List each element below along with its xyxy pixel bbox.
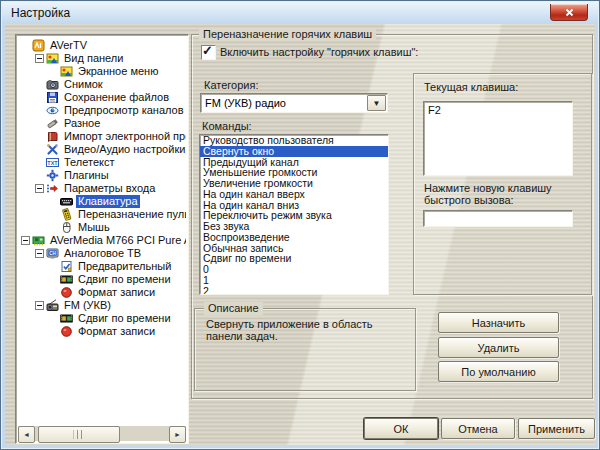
eye-icon (46, 104, 59, 117)
tree-item-analog-tv[interactable]: CHАналоговое ТВ (18, 247, 186, 260)
tree-item-floppy[interactable]: Сохранение файлов (18, 91, 186, 104)
scroll-right-button[interactable]: ► (169, 426, 186, 443)
tree-item-keyboard[interactable]: Клавиатура (18, 195, 186, 208)
defaults-button[interactable]: По умолчанию (438, 361, 559, 382)
cancel-button-label: Отмена (458, 423, 497, 435)
tree-rows: AVerTVВид панелиЭкранное менюСнимокСохра… (18, 37, 186, 425)
tree-item-timeshift[interactable]: Сдвиг по времени (18, 273, 186, 286)
tree-item-label: Импорт электронной прог (62, 130, 186, 143)
avertv-logo-icon (32, 39, 45, 52)
collapse-icon[interactable] (35, 301, 44, 310)
ok-button[interactable]: ОК (364, 418, 438, 439)
tree-item-label: Клавиатура (76, 195, 140, 208)
cancel-button[interactable]: Отмена (441, 418, 515, 439)
expander-spacer (35, 106, 44, 115)
description-group: Описание Свернуть приложение в область п… (194, 308, 416, 391)
tree-item-camera[interactable]: Снимок (18, 78, 186, 91)
tree-item-plugin[interactable]: Плагины (18, 169, 186, 182)
panel-icon (60, 65, 73, 78)
command-item[interactable]: 1 (200, 275, 388, 286)
tree-item-label: Мышь (76, 221, 112, 234)
expander-spacer (35, 158, 44, 167)
book-icon (46, 130, 59, 143)
command-item[interactable]: Свернуть окно (200, 146, 388, 157)
tree-item-tools[interactable]: Видео/Аудио настройки (18, 143, 186, 156)
close-icon (565, 8, 574, 17)
tree-item-book[interactable]: Импорт электронной прог (18, 130, 186, 143)
tree-item-avertv-logo[interactable]: AVerTV (18, 39, 186, 52)
tree-item-label: AVerMedia M766 PCI Pure A (48, 234, 186, 247)
collapse-icon[interactable] (35, 184, 44, 193)
tree-item-panel[interactable]: Экранное меню (18, 65, 186, 78)
enable-hotkeys-checkbox[interactable]: ✓ (201, 45, 216, 60)
current-key-display: F2 (423, 101, 573, 176)
tree-item-fm-radio[interactable]: FM (УКВ) (18, 299, 186, 312)
tree-item-timeshift[interactable]: Сдвиг по времени (18, 312, 186, 325)
capture-card-icon (32, 234, 45, 247)
preview-icon (60, 260, 73, 273)
tree-item-input-params[interactable]: Параметры входа (18, 182, 186, 195)
titlebar[interactable]: Настройка (2, 2, 598, 24)
delete-button[interactable]: Удалить (438, 337, 559, 358)
tree-item-record[interactable]: Формат записи (18, 286, 186, 299)
svg-text:CH: CH (49, 251, 56, 256)
scrollbar-thumb[interactable] (38, 426, 120, 443)
camera-icon (46, 78, 59, 91)
assign-button[interactable]: Назначить (438, 312, 559, 333)
hotkeys-group: Переназначение горячих клавиш ✓ Включить… (191, 34, 593, 399)
plugin-icon (46, 169, 59, 182)
panel-icon (46, 52, 59, 65)
tree-item-preview[interactable]: Предварительный (18, 260, 186, 273)
expander-spacer (35, 80, 44, 89)
current-key-group: Текущая клавиша: F2 Нажмите новую клавиш… (413, 73, 592, 295)
tree-item-record[interactable]: Формат записи (18, 325, 186, 338)
record-icon (60, 286, 73, 299)
window-title: Настройка (11, 6, 70, 20)
tree-item-eye[interactable]: Предпросмотр каналов (18, 104, 186, 117)
analog-tv-icon: CH (46, 247, 59, 260)
commands-label: Команды: (202, 120, 252, 132)
tree-item-label: AVerTV (48, 39, 89, 52)
fm-radio-icon (46, 299, 59, 312)
combo-dropdown-button[interactable]: ▼ (367, 95, 386, 111)
expander-spacer (49, 67, 58, 76)
dialog-content: AVerTVВид панелиЭкранное менюСнимокСохра… (5, 24, 595, 445)
collapse-icon[interactable] (21, 236, 30, 245)
scroll-left-button[interactable]: ◄ (18, 426, 35, 443)
expander-spacer (49, 327, 58, 336)
settings-tree: AVerTVВид панелиЭкранное менюСнимокСохра… (15, 34, 189, 444)
tree-item-misc[interactable]: Разное (18, 117, 186, 130)
tree-item-label: Сдвиг по времени (76, 312, 173, 325)
command-item[interactable]: Сдвиг по времени (200, 253, 388, 264)
command-item[interactable]: 2 (200, 286, 388, 296)
tools-icon (46, 143, 59, 156)
tree-item-label: Вид панели (62, 52, 125, 65)
tree-item-remote[interactable]: Переназначение пульт (18, 208, 186, 221)
tree-item-label: Плагины (62, 169, 111, 182)
new-key-label: Нажмите новую клавишу быстрого вызова: (424, 182, 582, 206)
apply-button[interactable]: Применить (518, 418, 595, 439)
expander-spacer (21, 41, 30, 50)
expander-spacer (49, 197, 58, 206)
command-item[interactable]: На один канал вверх (200, 189, 388, 200)
collapse-icon[interactable] (35, 249, 44, 258)
new-key-input[interactable] (423, 210, 573, 227)
floppy-icon (46, 91, 59, 104)
expander-spacer (35, 119, 44, 128)
tree-item-teletext[interactable]: TXTТелетекст (18, 156, 186, 169)
expander-spacer (49, 223, 58, 232)
command-item[interactable]: 0 (200, 264, 388, 275)
timeshift-icon (60, 312, 73, 325)
tree-item-label: Формат записи (76, 325, 157, 338)
command-item[interactable]: Воспроизведение (200, 232, 388, 243)
tree-item-capture-card[interactable]: AVerMedia M766 PCI Pure A (18, 234, 186, 247)
collapse-icon[interactable] (35, 54, 44, 63)
tree-item-mouse[interactable]: Мышь (18, 221, 186, 234)
expander-spacer (49, 275, 58, 284)
tree-item-panel[interactable]: Вид панели (18, 52, 186, 65)
tree-horizontal-scrollbar[interactable]: ◄ ► (18, 426, 186, 441)
close-button[interactable] (550, 4, 588, 21)
category-combobox[interactable]: FM (УКВ) радио ▼ (200, 93, 388, 113)
delete-button-label: Удалить (478, 342, 520, 354)
commands-listbox[interactable]: Руководство пользователяСвернуть окноПре… (199, 134, 389, 295)
